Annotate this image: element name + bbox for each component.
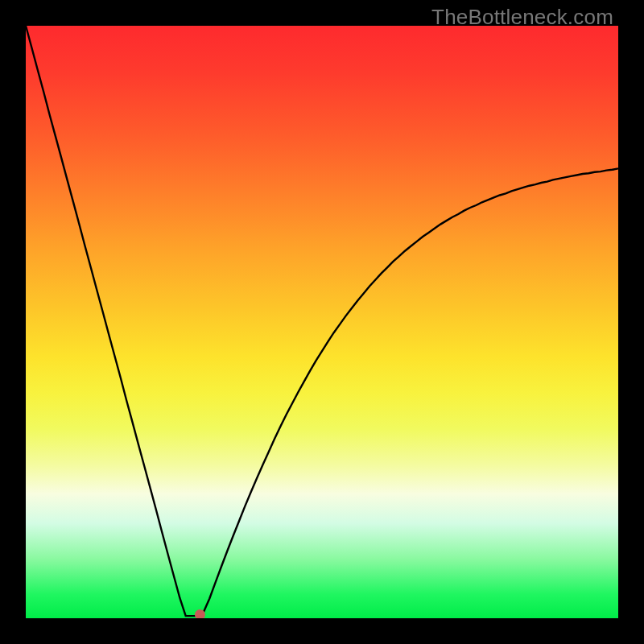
bottleneck-curve (26, 26, 618, 616)
chart-curve-layer (26, 26, 618, 618)
chart-frame: TheBottleneck.com (0, 0, 644, 644)
watermark-label: TheBottleneck.com (431, 5, 613, 30)
